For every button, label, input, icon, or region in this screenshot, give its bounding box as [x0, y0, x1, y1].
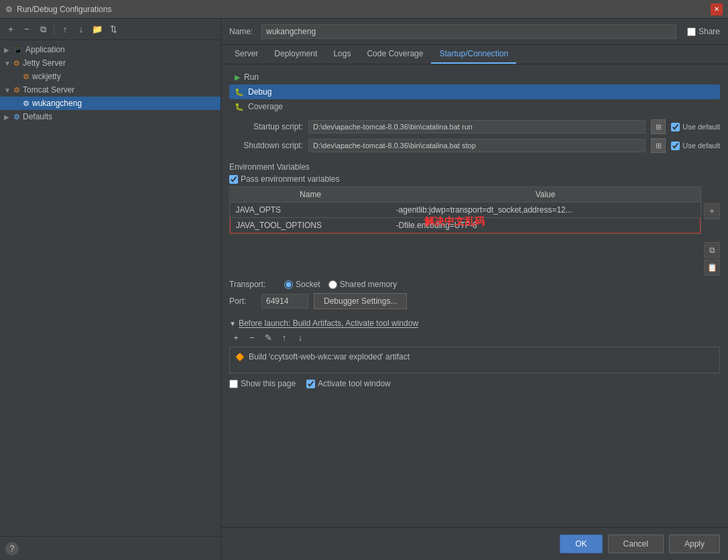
- startup-script-row: Startup script: ⊞ Use default: [229, 119, 720, 134]
- show-page-row: Show this page Activate tool window: [229, 379, 720, 388]
- startup-item-debug[interactable]: 🐛 Debug: [229, 85, 720, 99]
- startup-use-default-checkbox[interactable]: [671, 123, 680, 131]
- before-launch-up-button[interactable]: ↑: [278, 331, 291, 344]
- tab-server[interactable]: Server: [227, 45, 266, 64]
- sort-button[interactable]: ⇅: [107, 23, 120, 36]
- before-launch-edit-button[interactable]: ✎: [261, 331, 275, 344]
- close-button[interactable]: ✕: [711, 3, 723, 15]
- before-launch-header: ▼ Before launch: Build Artifacts, Activa…: [229, 319, 720, 328]
- config-tree: ▶ 📱 Application ▼ ⚙ Jetty Server ⚙ wckje…: [0, 40, 221, 536]
- tab-logs[interactable]: Logs: [325, 45, 359, 64]
- tab-deployment[interactable]: Deployment: [266, 45, 325, 64]
- port-input[interactable]: [261, 294, 308, 309]
- show-page-label: Show this page: [241, 379, 296, 388]
- tree-item-tomcat-server[interactable]: ▼ ⚙ Tomcat Server: [0, 83, 221, 97]
- tab-code-coverage[interactable]: Code Coverage: [359, 45, 431, 64]
- move-up-button[interactable]: ↑: [58, 23, 72, 36]
- startup-run-label: Run: [244, 72, 259, 82]
- startup-use-default-label: Use default: [682, 123, 720, 131]
- env-cell-name-java-tool: JAVA_TOOL_OPTIONS: [231, 218, 391, 233]
- share-checkbox-row: Share: [687, 27, 720, 36]
- add-config-button[interactable]: +: [4, 23, 17, 36]
- share-checkbox[interactable]: [687, 27, 696, 36]
- share-label: Share: [699, 27, 720, 36]
- before-launch-toolbar: + − ✎ ↑ ↓: [229, 331, 720, 344]
- help-button[interactable]: ?: [5, 542, 19, 555]
- shutdown-browse-button[interactable]: ⊞: [651, 138, 666, 153]
- debugger-settings-button[interactable]: Debugger Settings...: [314, 293, 407, 309]
- folder-button[interactable]: 📁: [90, 23, 104, 36]
- defaults-icon: ⚙: [13, 113, 20, 121]
- shutdown-use-default-label: Use default: [682, 142, 720, 150]
- env-section-heading: Environment Variables: [229, 162, 720, 172]
- titlebar: ⚙ Run/Debug Configurations ✕: [0, 0, 728, 19]
- shutdown-use-default-check: Use default: [671, 142, 720, 150]
- pass-env-checkbox[interactable]: [229, 175, 238, 184]
- transport-shared-memory-option[interactable]: Shared memory: [328, 280, 397, 289]
- name-input[interactable]: wukangcheng: [261, 24, 676, 39]
- toolbar-separator: [54, 24, 54, 35]
- before-launch-add-button[interactable]: +: [229, 331, 243, 344]
- titlebar-controls: ✕: [711, 3, 723, 15]
- tree-item-defaults[interactable]: ▶ ⚙ Defaults: [0, 110, 221, 123]
- env-col-name: Name: [231, 187, 391, 203]
- launch-item-artifact[interactable]: 🔶 Build 'ccytsoft-web-wkc:war exploded' …: [235, 350, 714, 363]
- before-launch-heading: Before launch: Build Artifacts, Activate…: [239, 319, 418, 328]
- startup-script-input[interactable]: [308, 120, 646, 133]
- tree-arrow-jetty: ▼: [4, 60, 11, 67]
- transport-socket-option[interactable]: Socket: [284, 280, 320, 289]
- transport-socket-radio[interactable]: [284, 280, 293, 289]
- shutdown-use-default-checkbox[interactable]: [671, 142, 680, 150]
- tree-item-application[interactable]: ▶ 📱 Application: [0, 43, 221, 56]
- before-launch-items: 🔶 Build 'ccytsoft-web-wkc:war exploded' …: [229, 347, 720, 374]
- before-launch-collapse-icon[interactable]: ▼: [229, 320, 236, 327]
- pass-env-label: Pass environment variables: [241, 174, 339, 184]
- remove-config-button[interactable]: −: [20, 23, 34, 36]
- env-col-value: Value: [391, 187, 701, 203]
- titlebar-title: Run/Debug Configurations: [17, 5, 111, 14]
- startup-use-default-check: Use default: [671, 123, 720, 131]
- env-cell-name-java-opts: JAVA_OPTS: [231, 203, 391, 218]
- coverage-icon: 🐛: [235, 103, 244, 111]
- transport-radio-group: Socket Shared memory: [284, 280, 397, 289]
- before-launch-section: ▼ Before launch: Build Artifacts, Activa…: [229, 319, 720, 374]
- artifact-icon: 🔶: [235, 353, 245, 361]
- tree-arrow-tomcat: ▼: [4, 87, 11, 94]
- transport-shared-memory-radio[interactable]: [328, 280, 337, 289]
- activate-window-checkbox[interactable]: [306, 380, 315, 388]
- tree-label-application: Application: [25, 45, 65, 54]
- tree-item-jetty-server[interactable]: ▼ ⚙ Jetty Server: [0, 56, 221, 70]
- env-row-java-opts[interactable]: JAVA_OPTS -agentlib:jdwp=transport=dt_so…: [231, 203, 701, 218]
- shutdown-script-input[interactable]: [308, 139, 646, 152]
- port-label: Port:: [229, 296, 256, 306]
- startup-browse-button[interactable]: ⊞: [651, 119, 666, 134]
- env-row-java-tool-options[interactable]: JAVA_TOOL_OPTIONS -Dfile.encoding=UTF-8 …: [231, 218, 701, 233]
- env-paste-button[interactable]: 📋: [704, 260, 720, 276]
- env-copy-button[interactable]: ⧉: [704, 242, 720, 258]
- tree-item-wckjetty[interactable]: ⚙ wckjetty: [0, 70, 221, 83]
- ok-button[interactable]: OK: [560, 535, 602, 553]
- env-add-button[interactable]: +: [704, 203, 720, 219]
- env-table-container: Name Value JAVA_OPTS -agentlib:jdwp=tran…: [229, 186, 701, 234]
- tree-item-wukangcheng[interactable]: ⚙ wukangcheng: [0, 97, 221, 110]
- tomcat-icon: ⚙: [13, 86, 20, 95]
- artifact-label: Build 'ccytsoft-web-wkc:war exploded' ar…: [249, 352, 410, 361]
- right-panel: Name: wukangcheng Share Server Deploymen…: [221, 19, 728, 560]
- cancel-button[interactable]: Cancel: [608, 535, 664, 553]
- before-launch-remove-button[interactable]: −: [245, 331, 259, 344]
- startup-item-run[interactable]: ▶ Run: [229, 70, 720, 85]
- env-table-section: Name Value JAVA_OPTS -agentlib:jdwp=tran…: [229, 186, 720, 276]
- port-row: Port: Debugger Settings...: [229, 293, 720, 309]
- apply-button[interactable]: Apply: [669, 535, 720, 553]
- tree-toolbar: + − ⧉ ↑ ↓ 📁 ⇅: [0, 19, 221, 40]
- tree-label-wukangcheng: wukangcheng: [32, 99, 82, 108]
- show-page-checkbox[interactable]: [229, 380, 238, 388]
- move-down-button[interactable]: ↓: [74, 23, 88, 36]
- copy-config-button[interactable]: ⧉: [36, 23, 50, 36]
- tree-arrow-defaults: ▶: [4, 113, 11, 121]
- before-launch-down-button[interactable]: ↓: [294, 331, 307, 344]
- jetty-icon: ⚙: [13, 59, 20, 68]
- tab-startup-connection[interactable]: Startup/Connection: [431, 45, 516, 64]
- startup-item-coverage[interactable]: 🐛 Coverage: [229, 99, 720, 114]
- pass-env-row: Pass environment variables: [229, 174, 720, 184]
